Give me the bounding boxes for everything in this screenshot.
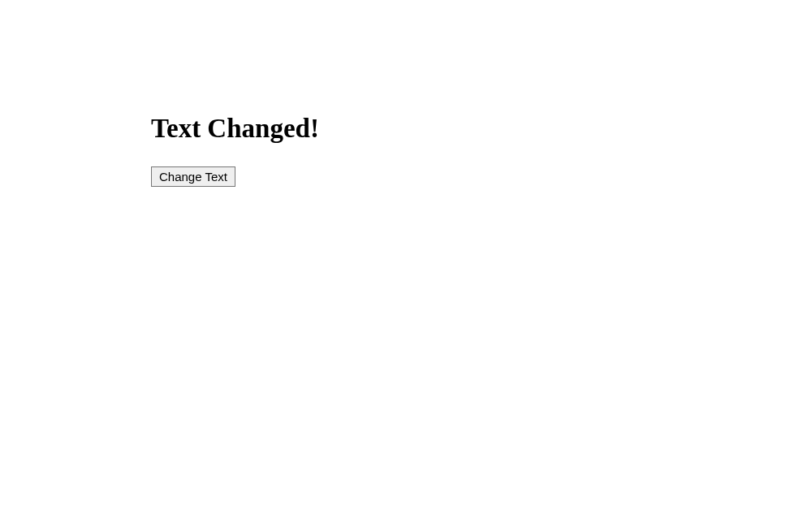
change-text-button[interactable]: Change Text [151, 166, 235, 187]
main-content: Text Changed! Change Text [151, 114, 812, 187]
page-heading: Text Changed! [151, 114, 812, 144]
